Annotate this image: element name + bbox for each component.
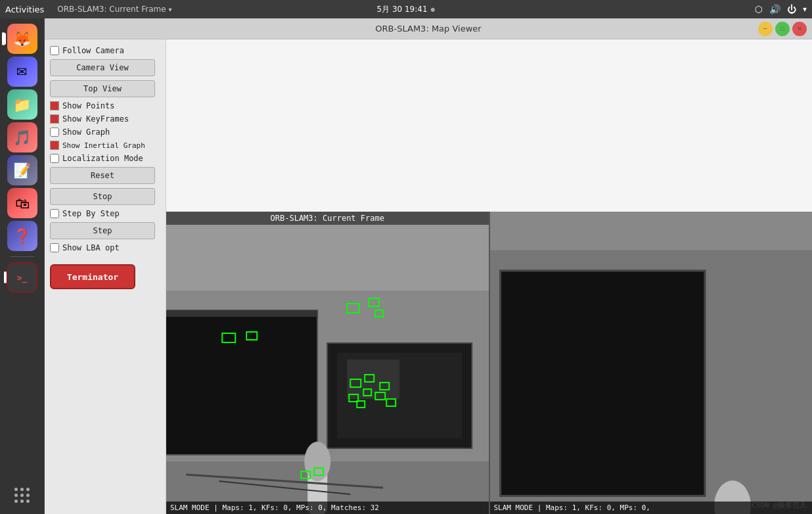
follow-camera-row: Follow Camera xyxy=(50,46,160,55)
camera-frames: ORB-SLAM3: Current Frame xyxy=(166,212,812,514)
map-viewer-window: ORB-SLAM3: Map Viewer − □ ✕ Follow Camer… xyxy=(45,18,812,514)
dock-apps-grid-button[interactable] xyxy=(14,488,30,503)
localization-mode-label: Localization Mode xyxy=(62,154,143,163)
svg-rect-28 xyxy=(490,212,813,250)
stop-button[interactable]: Stop xyxy=(50,188,155,205)
show-inertial-graph-indicator xyxy=(50,141,59,150)
frame-right-status: SLAM MODE | Maps: 1, KFs: 0, MPs: 0, xyxy=(490,502,813,514)
show-keyframes-label: Show KeyFrames xyxy=(62,114,129,124)
camera-area: ORB-SLAM3: Current Frame xyxy=(166,39,812,514)
minimize-button[interactable]: − xyxy=(758,22,773,36)
arrow-down-icon[interactable]: ▾ xyxy=(803,5,807,14)
follow-camera-label: Follow Camera xyxy=(62,46,124,55)
camera-scene-right xyxy=(490,212,813,514)
window-title[interactable]: ORB-SLAM3: Current Frame ▾ xyxy=(57,5,171,14)
frame-left-title: ORB-SLAM3: Current Frame xyxy=(166,212,489,225)
dock-item-files[interactable]: 📁 xyxy=(7,89,37,120)
dock: 🦊 ✉ 📁 🎵 📝 🛍 ❓ >_ xyxy=(0,18,45,514)
sound-icon[interactable]: 🔊 xyxy=(769,4,780,14)
step-button[interactable]: Step xyxy=(50,222,155,239)
show-points-label: Show Points xyxy=(62,101,114,110)
show-keyframes-indicator xyxy=(50,114,59,124)
step-by-step-label: Step By Step xyxy=(62,209,120,218)
frame-left-status: SLAM MODE | Maps: 1, KFs: 0, MPs: 0, Mat… xyxy=(166,502,489,514)
show-points-row: Show Points xyxy=(50,101,160,110)
map-viewer-titlebar: ORB-SLAM3: Map Viewer − □ ✕ xyxy=(45,18,812,39)
dock-item-rhythmbox[interactable]: 🎵 xyxy=(7,122,37,152)
localization-mode-row: Localization Mode xyxy=(50,154,160,163)
left-panel: Follow Camera Camera View Top View Show … xyxy=(45,39,166,514)
network-icon[interactable]: ⬡ xyxy=(755,4,763,14)
dock-item-help[interactable]: ❓ xyxy=(7,221,37,251)
localization-mode-checkbox[interactable] xyxy=(50,154,59,163)
step-by-step-row: Step By Step xyxy=(50,209,160,218)
camera-view-button[interactable]: Camera View xyxy=(50,59,155,76)
show-keyframes-row: Show KeyFrames xyxy=(50,114,160,124)
top-view-button[interactable]: Top View xyxy=(50,80,155,97)
show-graph-label: Show Graph xyxy=(62,128,110,137)
map-viewer-body: Follow Camera Camera View Top View Show … xyxy=(45,39,812,514)
show-inertial-graph-label: Show Inertial Graph xyxy=(62,141,145,150)
window-controls: − □ ✕ xyxy=(758,22,807,36)
topbar-system-icons: ⬡ 🔊 ⏻ ▾ xyxy=(755,4,807,14)
show-lba-opt-checkbox[interactable] xyxy=(50,243,59,252)
follow-camera-checkbox[interactable] xyxy=(50,46,59,55)
close-button[interactable]: ✕ xyxy=(792,22,807,36)
reset-button[interactable]: Reset xyxy=(50,167,155,184)
dock-item-terminal[interactable]: >_ xyxy=(7,262,37,292)
svg-rect-4 xyxy=(166,310,317,317)
dock-item-writer[interactable]: 📝 xyxy=(7,155,37,185)
dock-item-firefox[interactable]: 🦊 xyxy=(7,24,37,54)
show-applications-icon[interactable] xyxy=(14,488,30,503)
show-points-indicator xyxy=(50,101,59,110)
camera-frame-right: SLAM MODE | Maps: 1, KFs: 0, MPs: 0, xyxy=(489,212,813,514)
svg-rect-30 xyxy=(500,271,704,496)
maximize-button[interactable]: □ xyxy=(775,22,790,36)
dock-item-software[interactable]: 🛍 xyxy=(7,188,37,218)
camera-frame-left: ORB-SLAM3: Current Frame xyxy=(166,212,489,514)
terminator-button[interactable]: Terminator xyxy=(50,264,135,289)
map-viewer-title: ORB-SLAM3: Map Viewer xyxy=(375,24,481,34)
show-lba-opt-row: Show LBA opt xyxy=(50,243,160,252)
map-3d-view xyxy=(166,39,812,212)
show-graph-checkbox[interactable] xyxy=(50,128,59,137)
activities-label[interactable]: Activities xyxy=(5,5,44,14)
camera-scene-left xyxy=(166,212,489,514)
step-by-step-checkbox[interactable] xyxy=(50,209,59,218)
svg-rect-3 xyxy=(166,310,317,455)
dock-item-thunderbird[interactable]: ✉ xyxy=(7,57,37,87)
power-icon[interactable]: ⏻ xyxy=(787,4,796,14)
show-graph-row: Show Graph xyxy=(50,128,160,137)
topbar: Activities ORB-SLAM3: Current Frame ▾ 5月… xyxy=(0,0,812,18)
show-inertial-graph-row: Show Inertial Graph xyxy=(50,141,160,150)
topbar-datetime: 5月 30 19:41 ● xyxy=(376,4,435,15)
show-lba-opt-label: Show LBA opt xyxy=(62,243,120,252)
dock-separator xyxy=(11,256,34,257)
